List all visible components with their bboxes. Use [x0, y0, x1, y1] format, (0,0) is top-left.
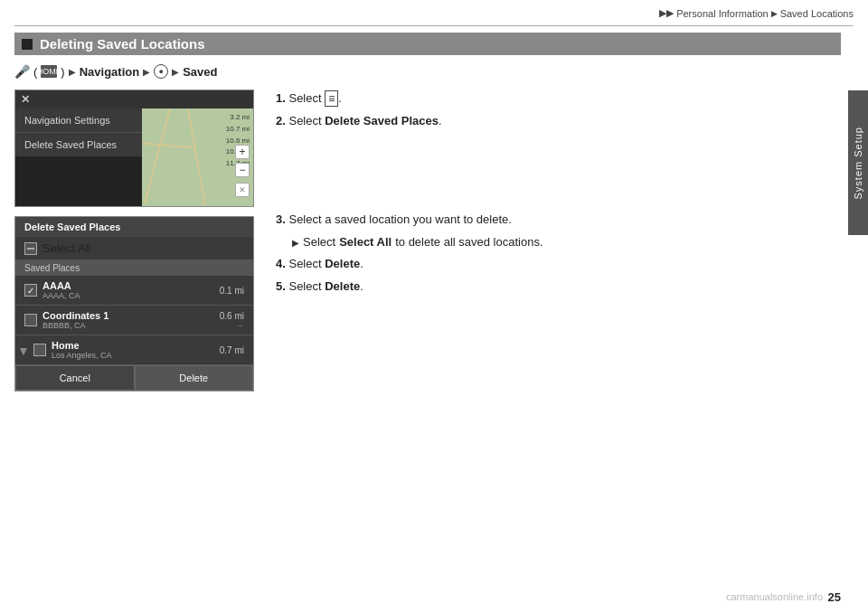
step-5: 5. Select Delete.	[276, 278, 841, 296]
step1-number: 1.	[276, 91, 286, 105]
step-2: 2. Select Delete Saved Places.	[276, 112, 841, 130]
select-all-row[interactable]: Select All	[15, 237, 253, 260]
home-icon: HOME	[41, 65, 57, 78]
step3-sub-after: to delete all saved locations.	[395, 233, 542, 251]
step2-bold: Delete Saved Places	[325, 114, 439, 127]
item-name-coords: Coordinates 1	[42, 310, 207, 321]
top-divider	[14, 25, 854, 26]
breadcrumb: ▶▶ Personal Information ▶ Saved Location…	[659, 7, 854, 19]
item-checkbox-coords[interactable]	[24, 314, 37, 326]
breadcrumb-personal: Personal Information	[676, 8, 769, 19]
screenshot1-topbar: ✕	[15, 90, 253, 108]
step2-period: .	[439, 114, 442, 127]
menu-item-delete-saved: Delete Saved Places	[15, 133, 142, 156]
item-info-home: Home Los Angeles, CA	[52, 340, 207, 360]
main-content: Deleting Saved Locations 🎤 ( HOME ) ▶ Na…	[14, 33, 841, 586]
item-dist-aaaa: 0.1 mi	[212, 286, 244, 296]
saved-item-home[interactable]: Home Los Angeles, CA 0.7 mi	[15, 335, 253, 365]
step1-icon: ≡	[325, 90, 338, 107]
map-distances: 3.2 mi 10.7 mi 10.6 mi 10.6 mi 11.7 mi	[226, 112, 250, 170]
saved-item-aaaa[interactable]: AAAA AAAA, CA 0.1 mi	[15, 276, 253, 306]
instructions-column: 1. Select ≡. 2. Select Delete Saved Plac…	[276, 90, 841, 299]
watermark: carmanualsonline.info	[726, 591, 823, 602]
step-1: 1. Select ≡.	[276, 90, 841, 108]
step3-sub-bold: Select All	[339, 233, 392, 251]
step-3: 3. Select a saved location you want to d…	[276, 211, 841, 229]
step3-text: Select a saved location you want to dele…	[288, 212, 511, 226]
step5-number: 5.	[276, 279, 286, 293]
nav-home-paren-close: )	[61, 65, 64, 79]
screenshots-column: ✕ Navigation Settings Delete Saved Place…	[14, 90, 254, 391]
saved-item-home-wrapper: ▼ Home Los Angeles, CA 0.7 mi	[15, 335, 253, 365]
system-setup-tab: System Setup	[848, 90, 868, 235]
select-all-label: Select All	[42, 241, 90, 255]
zoom-out-btn[interactable]: −	[235, 163, 250, 177]
saved-item-coords[interactable]: Coordinates 1 BBBBB, CA 0.6 mi →	[15, 306, 253, 335]
content-area: ✕ Navigation Settings Delete Saved Place…	[14, 90, 841, 391]
compass-btn[interactable]: ✕	[235, 183, 250, 197]
step1-period: .	[338, 91, 342, 105]
delete-button[interactable]: Delete	[135, 365, 254, 391]
select-all-checkbox[interactable]	[24, 242, 37, 255]
page-number: 25	[828, 590, 841, 604]
menu-item-nav-settings: Navigation Settings	[15, 108, 142, 133]
breadcrumb-arrows: ▶▶	[659, 7, 674, 19]
step5-before: Select	[288, 279, 325, 293]
nav-arrow-1: ▶	[69, 67, 76, 77]
section-header: Deleting Saved Locations	[14, 33, 841, 55]
item-info-aaaa: AAAA AAAA, CA	[42, 280, 207, 300]
nav-circle-icon: ●	[154, 64, 168, 79]
zoom-in-btn[interactable]: +	[235, 145, 250, 159]
step5-bold: Delete	[325, 279, 360, 293]
section-header-icon	[22, 39, 33, 50]
breadcrumb-saved: Saved Locations	[780, 8, 854, 19]
step2-before: Select	[288, 114, 325, 127]
nav-arrow-3: ▶	[172, 67, 179, 77]
steps-1-2: 1. Select ≡. 2. Select Delete Saved Plac…	[276, 90, 841, 129]
item-checkbox-aaaa[interactable]	[24, 284, 37, 297]
step1-text-before: Select	[288, 91, 325, 105]
step3-arrow-icon: ▶	[292, 236, 299, 250]
nav-breadcrumb: 🎤 ( HOME ) ▶ Navigation ▶ ● ▶ Saved	[14, 64, 841, 79]
screenshot-nav-menu: ✕ Navigation Settings Delete Saved Place…	[14, 90, 254, 207]
step4-bold: Delete	[325, 257, 360, 270]
footer-buttons: Cancel Delete	[15, 365, 253, 391]
screenshot-delete-saved: Delete Saved Places Select All Saved Pla…	[14, 216, 254, 391]
step3-number: 3.	[276, 212, 286, 226]
step3-sub-before: Select	[303, 233, 335, 251]
mic-icon: 🎤	[14, 64, 30, 79]
saved-places-header: Saved Places	[15, 260, 253, 276]
side-tab-label: System Setup	[853, 127, 863, 199]
nav-arrow-2: ▶	[143, 67, 150, 77]
item-name-home: Home	[52, 340, 207, 351]
item-dist-coords: 0.6 mi →	[212, 311, 244, 330]
steps-3-5: 3. Select a saved location you want to d…	[276, 211, 841, 295]
item-sub-home: Los Angeles, CA	[52, 351, 207, 360]
step4-number: 4.	[276, 257, 286, 270]
step4-before: Select	[288, 257, 325, 270]
close-icon: ✕	[21, 93, 30, 106]
item-checkbox-home[interactable]	[33, 344, 46, 356]
item-dist-home: 0.7 mi	[212, 345, 244, 355]
breadcrumb-arrow-1: ▶	[771, 9, 778, 18]
step5-period: .	[360, 279, 363, 293]
item-arrow-coords: →	[212, 321, 244, 330]
nav-item-saved: Saved	[183, 65, 217, 79]
scroll-down-icon: ▼	[17, 344, 30, 358]
step-4: 4. Select Delete.	[276, 255, 841, 273]
map-area: 3.2 mi 10.7 mi 10.6 mi 10.6 mi 11.7 mi +…	[142, 108, 253, 206]
delete-saved-title: Delete Saved Places	[15, 217, 253, 237]
item-sub-aaaa: AAAA, CA	[42, 291, 207, 300]
step4-period: .	[360, 257, 363, 270]
item-name-aaaa: AAAA	[42, 280, 207, 291]
step-3-sub: ▶ Select Select All to delete all saved …	[276, 233, 841, 251]
nav-menu-panel: Navigation Settings Delete Saved Places	[15, 108, 142, 156]
item-info-coords: Coordinates 1 BBBBB, CA	[42, 310, 207, 330]
item-sub-coords: BBBBB, CA	[42, 321, 207, 330]
section-title: Deleting Saved Locations	[40, 36, 205, 52]
step2-number: 2.	[276, 114, 286, 127]
cancel-button[interactable]: Cancel	[15, 365, 135, 391]
nav-item-navigation: Navigation	[80, 65, 139, 79]
